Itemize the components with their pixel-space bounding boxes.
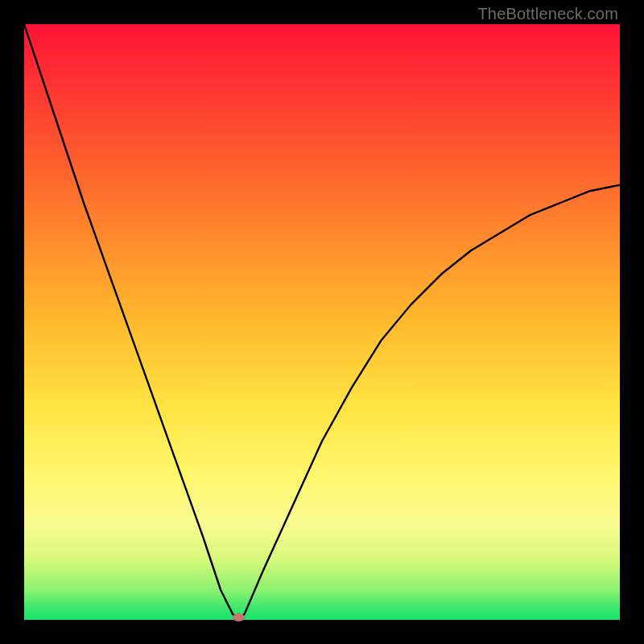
watermark-text: TheBottleneck.com (477, 5, 618, 23)
minimum-marker (233, 613, 245, 621)
chart-frame: TheBottleneck.com (0, 0, 644, 644)
plot-area (24, 24, 620, 620)
bottleneck-curve (24, 24, 620, 620)
